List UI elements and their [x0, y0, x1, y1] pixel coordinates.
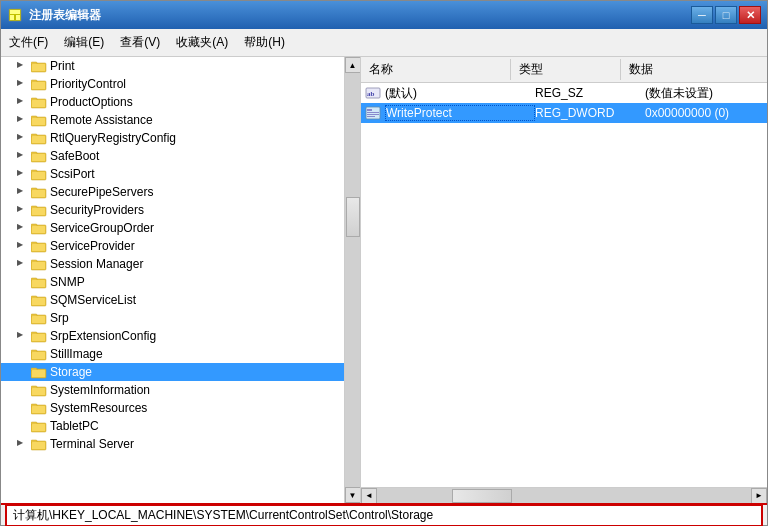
tree-item-remoteassistance[interactable]: ▶ Remote Assistance: [1, 111, 344, 129]
tree-item-sqmservicelist[interactable]: ▶ SQMServiceList: [1, 291, 344, 309]
folder-icon-serviceprovider: [31, 239, 47, 253]
tree-scroll-area[interactable]: ▶ Print▶ PriorityControl▶ ProductOptions…: [1, 57, 344, 503]
tree-arrow-servicegrouporder[interactable]: ▶: [17, 222, 29, 234]
tree-arrow-prioritycontrol[interactable]: ▶: [17, 78, 29, 90]
tree-item-rtlqueryregistryconfig[interactable]: ▶ RtlQueryRegistryConfig: [1, 129, 344, 147]
scroll-left-button[interactable]: ◄: [361, 488, 377, 504]
tree-arrow-srpextensionconfig[interactable]: ▶: [17, 330, 29, 342]
tree-scrollbar[interactable]: ▲ ▼: [344, 57, 360, 503]
tree-item-productoptions[interactable]: ▶ ProductOptions: [1, 93, 344, 111]
svg-rect-18: [32, 136, 45, 143]
col-data-header: 数据: [621, 59, 767, 80]
close-button[interactable]: ✕: [739, 6, 761, 24]
folder-icon-tabletpc: [31, 419, 47, 433]
scroll-track[interactable]: [345, 73, 361, 487]
reg-icon-default: ab: [365, 85, 381, 101]
menu-file[interactable]: 文件(F): [1, 31, 56, 54]
tree-item-storage[interactable]: ▶ Storage: [1, 363, 344, 381]
tree-item-safeboot[interactable]: ▶ SafeBoot: [1, 147, 344, 165]
folder-icon-sqmservicelist: [31, 293, 47, 307]
tree-item-sessionmanager[interactable]: ▶ Session Manager: [1, 255, 344, 273]
folder-icon-print: [31, 59, 47, 73]
svg-rect-21: [32, 154, 45, 161]
tree-label-securepipeservers: SecurePipeServers: [50, 185, 153, 199]
status-path: 计算机\HKEY_LOCAL_MACHINE\SYSTEM\CurrentCon…: [5, 504, 763, 527]
scroll-right-button[interactable]: ►: [751, 488, 767, 504]
tree-item-securityproviders[interactable]: ▶ SecurityProviders: [1, 201, 344, 219]
maximize-button[interactable]: □: [715, 6, 737, 24]
tree-item-systemresources[interactable]: ▶ SystemResources: [1, 399, 344, 417]
folder-icon-systeminformation: [31, 383, 47, 397]
tree-item-print[interactable]: ▶ Print: [1, 57, 344, 75]
h-scroll-thumb[interactable]: [452, 489, 512, 503]
svg-rect-15: [32, 118, 45, 125]
tree-arrow-safeboot[interactable]: ▶: [17, 150, 29, 162]
folder-icon-scsiport: [31, 167, 47, 181]
tree-label-snmp: SNMP: [50, 275, 85, 289]
tree-label-productoptions: ProductOptions: [50, 95, 133, 109]
tree-label-terminalserver: Terminal Server: [50, 437, 134, 451]
tree-pane: ▶ Print▶ PriorityControl▶ ProductOptions…: [1, 57, 361, 503]
tree-arrow-terminalserver[interactable]: ▶: [17, 438, 29, 450]
tree-item-scsiport[interactable]: ▶ ScsiPort: [1, 165, 344, 183]
folder-icon-srp: [31, 311, 47, 325]
tree-item-snmp[interactable]: ▶ SNMP: [1, 273, 344, 291]
svg-rect-51: [32, 334, 45, 341]
reg-row-default[interactable]: ab (默认)REG_SZ(数值未设置): [361, 83, 767, 103]
tree-label-sqmservicelist: SQMServiceList: [50, 293, 136, 307]
svg-rect-57: [32, 370, 45, 377]
tree-arrow-remoteassistance[interactable]: ▶: [17, 114, 29, 126]
tree-label-scsiport: ScsiPort: [50, 167, 95, 181]
h-scrollbar[interactable]: ◄ ►: [361, 488, 767, 504]
scroll-up-button[interactable]: ▲: [345, 57, 361, 73]
svg-rect-30: [32, 208, 45, 215]
status-bar: 计算机\HKEY_LOCAL_MACHINE\SYSTEM\CurrentCon…: [1, 503, 767, 525]
tree-item-securepipeservers[interactable]: ▶ SecurePipeServers: [1, 183, 344, 201]
tree-arrow-rtlqueryregistryconfig[interactable]: ▶: [17, 132, 29, 144]
svg-rect-24: [32, 172, 45, 179]
tree-label-remoteassistance: Remote Assistance: [50, 113, 153, 127]
tree-item-terminalserver[interactable]: ▶ Terminal Server: [1, 435, 344, 453]
tree-item-stillimage[interactable]: ▶ StillImage: [1, 345, 344, 363]
h-scroll-track[interactable]: [377, 488, 751, 504]
svg-rect-3: [16, 15, 20, 20]
tree-arrow-securityproviders[interactable]: ▶: [17, 204, 29, 216]
tree-arrow-productoptions[interactable]: ▶: [17, 96, 29, 108]
menu-favorites[interactable]: 收藏夹(A): [168, 31, 236, 54]
reg-row-writeprotect[interactable]: WriteProtectREG_DWORD0x00000000 (0): [361, 103, 767, 123]
tree-item-serviceprovider[interactable]: ▶ ServiceProvider: [1, 237, 344, 255]
tree-arrow-print[interactable]: ▶: [17, 60, 29, 72]
menu-help[interactable]: 帮助(H): [236, 31, 293, 54]
tree-arrow-scsiport[interactable]: ▶: [17, 168, 29, 180]
registry-pane: 名称 类型 数据 ab (默认)REG_SZ(数值未设置) WriteProte…: [361, 57, 767, 503]
tree-label-print: Print: [50, 59, 75, 73]
tree-item-servicegrouporder[interactable]: ▶ ServiceGroupOrder: [1, 219, 344, 237]
svg-rect-69: [32, 442, 45, 449]
tree-item-srp[interactable]: ▶ Srp: [1, 309, 344, 327]
tree-item-prioritycontrol[interactable]: ▶ PriorityControl: [1, 75, 344, 93]
menu-view[interactable]: 查看(V): [112, 31, 168, 54]
svg-rect-45: [32, 298, 45, 305]
tree-arrow-securepipeservers[interactable]: ▶: [17, 186, 29, 198]
folder-icon-storage: [31, 365, 47, 379]
col-type-header: 类型: [511, 59, 621, 80]
menu-edit[interactable]: 编辑(E): [56, 31, 112, 54]
tree-label-servicegrouporder: ServiceGroupOrder: [50, 221, 154, 235]
reg-name-default: (默认): [385, 85, 535, 102]
tree-item-srpextensionconfig[interactable]: ▶ SrpExtensionConfig: [1, 327, 344, 345]
svg-rect-27: [32, 190, 45, 197]
tree-arrow-sessionmanager[interactable]: ▶: [17, 258, 29, 270]
scroll-down-button[interactable]: ▼: [345, 487, 361, 503]
scroll-thumb[interactable]: [346, 197, 360, 237]
tree-item-tabletpc[interactable]: ▶ TabletPC: [1, 417, 344, 435]
window-controls: ─ □ ✕: [691, 6, 761, 24]
tree-arrow-serviceprovider[interactable]: ▶: [17, 240, 29, 252]
registry-table: 名称 类型 数据 ab (默认)REG_SZ(数值未设置) WriteProte…: [361, 57, 767, 487]
svg-text:ab: ab: [367, 90, 375, 98]
tree-label-srp: Srp: [50, 311, 69, 325]
registry-rows[interactable]: ab (默认)REG_SZ(数值未设置) WriteProtectREG_DWO…: [361, 83, 767, 487]
minimize-button[interactable]: ─: [691, 6, 713, 24]
reg-type-default: REG_SZ: [535, 86, 645, 100]
tree-item-systeminformation[interactable]: ▶ SystemInformation: [1, 381, 344, 399]
svg-rect-12: [32, 100, 45, 107]
